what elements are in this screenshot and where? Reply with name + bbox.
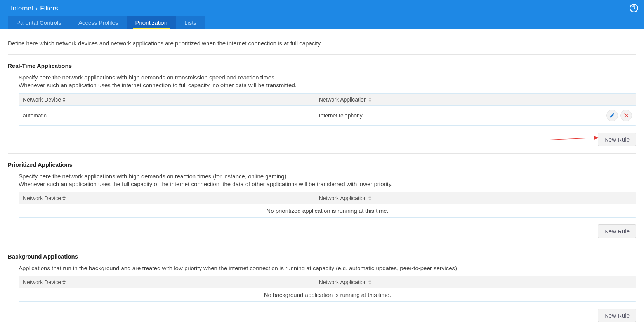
page-content: Define here which network devices and ne… — [0, 29, 644, 328]
breadcrumb: Internet › Filters — [0, 0, 644, 16]
empty-state-text: No prioritized application is running at… — [19, 204, 636, 217]
section-realtime: Real-Time Applications Specify here the … — [8, 55, 636, 154]
sort-icon — [368, 97, 371, 102]
section-prioritized: Prioritized Applications Specify here th… — [8, 154, 636, 246]
cell-application: Internet telephony — [315, 109, 593, 123]
section-description: Specify here the network applications wi… — [19, 74, 636, 90]
section-description: Applications that run in the background … — [19, 264, 636, 272]
chevron-right-icon: › — [36, 5, 38, 12]
tab-access-profiles[interactable]: Access Profiles — [70, 16, 127, 29]
breadcrumb-current: Filters — [40, 5, 58, 12]
tab-lists[interactable]: Lists — [176, 16, 205, 29]
svg-line-2 — [542, 138, 594, 140]
table-body: automatic Internet telephony — [19, 106, 636, 125]
table-header: Network Device Network Application — [19, 94, 636, 106]
col-header-label: Network Device — [23, 97, 61, 103]
tab-parental-controls[interactable]: Parental Controls — [8, 16, 70, 29]
table-header: Network Device Network Application — [19, 192, 636, 204]
table-header: Network Device Network Application — [19, 276, 636, 288]
sort-icon — [62, 280, 66, 285]
section-description: Specify here the network applications wi… — [19, 173, 636, 188]
breadcrumb-root[interactable]: Internet — [11, 5, 33, 12]
section-desc-line: Specify here the network applications wi… — [19, 74, 276, 81]
tab-bar: Parental Controls Access Profiles Priori… — [0, 16, 644, 29]
col-header-application[interactable]: Network Application — [315, 94, 593, 105]
new-rule-button[interactable]: New Rule — [598, 133, 636, 146]
section-title: Real-Time Applications — [8, 62, 636, 69]
page-header: Internet › Filters Parental Controls Acc… — [0, 0, 644, 29]
section-title: Prioritized Applications — [8, 161, 636, 168]
col-header-label: Network Application — [319, 279, 367, 285]
section-title: Background Applications — [8, 253, 636, 260]
new-rule-button[interactable]: New Rule — [598, 224, 636, 238]
col-header-label: Network Application — [319, 97, 367, 103]
col-header-label: Network Device — [23, 195, 61, 201]
annotation-arrow-icon — [541, 135, 599, 144]
svg-point-1 — [634, 10, 634, 11]
button-row: New Rule — [19, 224, 636, 238]
col-header-label: Network Device — [23, 279, 61, 285]
realtime-table: Network Device Network Application autom… — [19, 93, 636, 126]
delete-icon[interactable] — [620, 110, 632, 121]
col-header-application[interactable]: Network Application — [315, 276, 636, 288]
button-row: New Rule — [19, 133, 636, 146]
table-row: automatic Internet telephony — [19, 106, 636, 125]
button-row: New Rule — [19, 309, 636, 322]
section-desc-line: Whenever such an application uses the fu… — [19, 181, 393, 187]
cell-device: automatic — [19, 109, 315, 123]
col-header-device[interactable]: Network Device — [19, 276, 315, 288]
page-intro-text: Define here which network devices and ne… — [8, 36, 636, 54]
col-header-application[interactable]: Network Application — [315, 192, 636, 204]
section-desc-line: Applications that run in the background … — [19, 265, 457, 271]
section-background: Background Applications Applications tha… — [8, 245, 636, 322]
col-header-device[interactable]: Network Device — [19, 94, 315, 105]
empty-state-text: No background application is running at … — [19, 288, 636, 301]
tab-prioritization[interactable]: Prioritization — [127, 16, 176, 29]
sort-icon — [368, 280, 371, 285]
prioritized-table: Network Device Network Application No pr… — [19, 192, 636, 218]
table-body: No background application is running at … — [19, 288, 636, 301]
section-desc-line: Whenever such an application uses the in… — [19, 82, 297, 88]
edit-icon[interactable] — [606, 110, 618, 121]
section-desc-line: Specify here the network applications wi… — [19, 173, 288, 180]
col-header-label: Network Application — [319, 195, 367, 201]
sort-icon — [368, 196, 371, 200]
background-table: Network Device Network Application No ba… — [19, 276, 636, 302]
sort-icon — [62, 97, 66, 102]
new-rule-button[interactable]: New Rule — [598, 309, 636, 322]
help-icon[interactable] — [629, 3, 639, 13]
sort-icon — [62, 196, 66, 200]
col-header-device[interactable]: Network Device — [19, 192, 315, 204]
table-body: No prioritized application is running at… — [19, 204, 636, 217]
row-actions — [593, 106, 636, 125]
